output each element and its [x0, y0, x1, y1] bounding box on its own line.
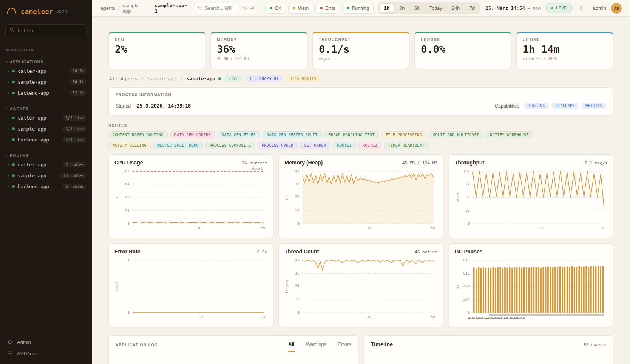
avatar[interactable]: AD [611, 3, 622, 14]
sidebar-item-admin[interactable]: ⚙ Admin [7, 339, 85, 345]
status-dot [12, 70, 15, 72]
dark-mode-toggle[interactable]: ☾ [577, 3, 588, 14]
bottom-panels: APPLICATION LOG AllWarningsErrors Timeli… [108, 335, 613, 364]
chart-panel-cpu-usage: CPU Usage2% current021436485%3059Alert [108, 154, 273, 238]
process-info-row: Started 25.3.2026, 14:39:18 Capabilities… [116, 103, 606, 109]
svg-text:815: 815 [463, 258, 470, 262]
svg-text:59: 59 [431, 226, 435, 230]
stat-cards-row: CPU2%MEMORY36%45 MB / 124 MBTHROUGHPUT0.… [108, 32, 613, 69]
sidebar-item-badge: 10.7k [69, 68, 87, 74]
chart-panel-memory-heap: Memory (Heap)45 MB / 124 MB012253749MB30… [278, 154, 443, 238]
sidebar-item-caller-app[interactable]: ▸caller-app10.7k [0, 66, 92, 77]
sidebar-sections: APPLICATIONS▸caller-app10.7k▸sample-app8… [0, 52, 92, 192]
time-range-3h[interactable]: 3h [395, 3, 409, 13]
agent-crumb-sample-app[interactable]: sample-app [148, 76, 176, 81]
breadcrumb-agents[interactable]: agents [100, 5, 115, 11]
sidebar-section-header: AGENTS [0, 107, 92, 112]
route-badge-process-composite[interactable]: PROCESS-COMPOSITE [205, 142, 255, 149]
stat-subtext: 45 MB / 124 MB [217, 57, 301, 61]
agent-breadcrumb-bar: All Agents·sample-app·sample-appLIVE1.0-… [109, 75, 613, 82]
route-badge-error-handling-test[interactable]: ERROR-HANDLING-TEST [324, 131, 379, 138]
route-badge-nested-split-demo[interactable]: NESTED-SPLIT-DEMO [153, 142, 203, 149]
timeline-panel: Timeline 50 events [364, 335, 614, 364]
log-tabs: AllWarningsErrors [288, 341, 351, 352]
sidebar-item-sample-app[interactable]: ▸sample-app84.1k [0, 77, 92, 88]
sidebar-item-api-docs[interactable]: ☰ API Docs [7, 350, 85, 356]
status-dot [12, 138, 15, 141]
status-filter-error[interactable]: Error [315, 3, 340, 14]
svg-text:30: 30 [197, 226, 202, 230]
chart-header: Thread Count46 active [284, 249, 437, 255]
status-dot [12, 163, 15, 166]
log-tab-errors[interactable]: Errors [338, 341, 351, 352]
chevron-right-icon: ▸ [8, 127, 9, 131]
chevron-right-icon: ▸ [8, 80, 9, 84]
log-tab-warnings[interactable]: Warnings [306, 341, 326, 352]
route-badge-get-order[interactable]: GET-ORDER [300, 142, 330, 149]
time-range-today[interactable]: Today [425, 3, 446, 13]
time-range-24h[interactable]: 24h [447, 3, 464, 13]
stat-value: 36% [217, 44, 301, 55]
svg-text:77: 77 [465, 182, 470, 186]
sidebar-item-caller-app[interactable]: ▸caller-app4 routes [0, 159, 92, 170]
svg-text:204: 204 [463, 298, 470, 302]
svg-text:51: 51 [465, 195, 470, 200]
route-badge-notify-billing[interactable]: NOTIFY-BILLING [108, 142, 151, 149]
route-badge-file-processing[interactable]: FILE-PROCESSING [381, 131, 426, 138]
sidebar-item-label: backend-app [18, 137, 49, 143]
route-badge-notify-warehouse[interactable]: NOTIFY-WAREHOUSE [486, 131, 533, 138]
sidebar-item-caller-app[interactable]: ▸caller-app1/1 live [0, 112, 92, 123]
chart-canvas-thread-count: 012243547threads3059 [284, 255, 437, 320]
route-badge-content-based-routing[interactable]: CONTENT-BASED-ROUTING [108, 131, 168, 138]
search-input[interactable] [205, 6, 236, 11]
svg-text:0: 0 [297, 310, 300, 315]
route-badge-process-order[interactable]: PROCESS-ORDER [258, 142, 297, 149]
sidebar-item-backend-app[interactable]: ▸backend-app1/1 live [0, 134, 92, 145]
range-end-label: now [533, 6, 541, 11]
app-version: v3.2.1 [57, 9, 68, 14]
time-range-7d[interactable]: 7d [465, 3, 479, 13]
chart-canvas-gc-pauses: 0204408611815ms20:38:4520:38:5520:39:052… [455, 255, 607, 320]
started-value: 25.3.2026, 14:39:18 [137, 103, 191, 109]
status-filter-ok[interactable]: OK [265, 3, 286, 14]
route-badge-split-and-multicast[interactable]: SPLIT-AND-MULTICAST [429, 131, 483, 138]
time-range-1h[interactable]: 1h [380, 3, 394, 13]
filter-input[interactable] [17, 28, 83, 34]
stat-card-memory: MEMORY36%45 MB / 124 MB [210, 32, 307, 69]
status-filter-label: Error [325, 6, 335, 11]
route-badge-data-gen-nested-split[interactable]: DATA-GEN-NESTED-SPLIT [262, 131, 322, 138]
route-badge-data-gen-orders[interactable]: DATA-GEN-ORDERS [170, 131, 215, 138]
sidebar-item-sample-app[interactable]: ▸sample-app16 routes [0, 170, 92, 181]
chart-header-value: 2% current [242, 161, 267, 166]
time-range-6h[interactable]: 6h [410, 3, 424, 13]
log-tab-all[interactable]: All [288, 341, 295, 352]
sidebar-item-label: caller-app [18, 68, 46, 74]
chevron-right-icon: ▸ [8, 116, 9, 120]
time-range-group: 1h3h6hToday24h7d [378, 2, 481, 14]
agent-crumb-all-agents[interactable]: All Agents [109, 76, 137, 81]
chart-header: Memory (Heap)45 MB / 124 MB [284, 160, 437, 166]
agent-badge-live: LIVE [225, 75, 242, 82]
breadcrumb-sample-app[interactable]: sample-app [123, 3, 147, 14]
stat-label: MEMORY [217, 38, 301, 42]
sidebar-section-header: APPLICATIONS [0, 60, 92, 66]
crumb-separator: · [180, 76, 183, 81]
capabilities-label: Capabilities [495, 103, 519, 109]
status-filter-warn[interactable]: Warn [288, 3, 313, 14]
stat-label: UPTIME [523, 38, 607, 42]
route-badge-timer-heartbeat[interactable]: TIMER-HEARTBEAT [384, 142, 429, 149]
sidebar-item-backend-app[interactable]: ▸backend-app6 routes [0, 181, 92, 192]
status-filter-running[interactable]: Running [342, 3, 374, 14]
moon-icon: ☾ [580, 5, 585, 12]
route-badge-route1[interactable]: ROUTE1 [333, 142, 356, 149]
sidebar-item-sample-app[interactable]: ▸sample-app1/1 live [0, 123, 92, 134]
chart-canvas-cpu-usage: 021436485%3059Alert [114, 166, 267, 231]
route-badge-route2[interactable]: ROUTE2 [358, 142, 381, 149]
sidebar-section-applications: APPLICATIONS▸caller-app10.7k▸sample-app8… [0, 60, 92, 98]
sidebar-item-backend-app[interactable]: ▸backend-app32.2k [0, 88, 92, 98]
svg-text:59: 59 [431, 315, 435, 319]
application-log-title: APPLICATION LOG [116, 341, 158, 347]
breadcrumb-current: sample-app-1 [155, 3, 189, 14]
route-badge-data-gen-files[interactable]: DATA-GEN-FILES [218, 131, 260, 138]
live-indicator[interactable]: LIVE [546, 3, 572, 13]
